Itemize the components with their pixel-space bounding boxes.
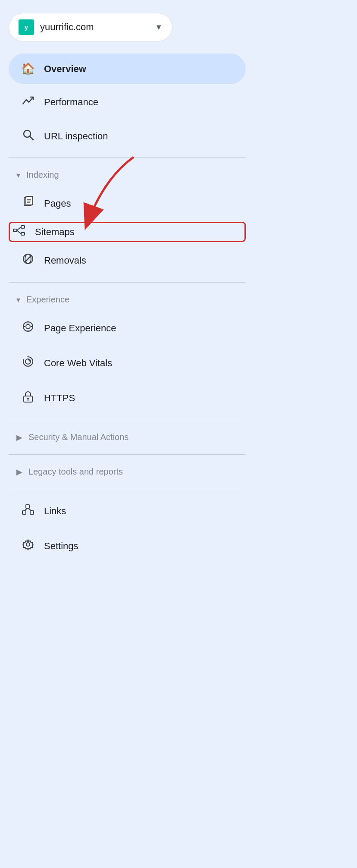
- trending-up-icon: [21, 94, 35, 110]
- site-favicon: y: [19, 19, 34, 35]
- sidebar-item-pages[interactable]: Pages: [9, 187, 246, 220]
- svg-line-34: [28, 508, 32, 511]
- lock-icon: [21, 390, 35, 406]
- sidebar-item-url-inspection[interactable]: URL inspection: [9, 120, 246, 152]
- divider: [9, 282, 246, 283]
- expand-icon: ▶: [16, 467, 22, 477]
- sidebar-item-label: Settings: [44, 541, 78, 552]
- expand-icon: ▶: [16, 433, 22, 442]
- sidebar-item-removals[interactable]: Removals: [9, 244, 246, 277]
- page-experience-icon: [21, 320, 35, 336]
- legacy-section-header[interactable]: ▶ Legacy tools and reports: [9, 460, 246, 484]
- chevron-down-icon: ▼: [155, 23, 163, 32]
- svg-line-12: [17, 227, 21, 230]
- svg-point-24: [23, 357, 33, 366]
- sidebar-item-label: HTTPS: [44, 393, 75, 404]
- sidebar-item-label: Links: [44, 506, 66, 517]
- pages-icon: [21, 195, 35, 211]
- sidebar-item-links[interactable]: Links: [9, 494, 246, 528]
- svg-rect-5: [26, 196, 33, 205]
- section-label: Security & Manual Actions: [28, 432, 128, 442]
- sidebar-item-core-web-vitals[interactable]: Core Web Vitals: [9, 346, 246, 380]
- svg-rect-30: [26, 505, 29, 508]
- sidebar-item-settings[interactable]: Settings: [9, 529, 246, 563]
- divider: [9, 157, 246, 158]
- svg-point-19: [26, 324, 30, 329]
- security-section-header[interactable]: ▶ Security & Manual Actions: [9, 425, 246, 449]
- svg-line-3: [30, 136, 33, 140]
- links-icon: [21, 503, 35, 519]
- divider: [9, 420, 246, 420]
- sidebar-item-label: Performance: [44, 97, 98, 108]
- svg-line-33: [24, 508, 28, 511]
- svg-point-35: [26, 543, 30, 546]
- sidebar-item-page-experience[interactable]: Page Experience: [9, 311, 246, 345]
- section-label: Legacy tools and reports: [28, 467, 123, 477]
- core-web-vitals-icon: [21, 355, 35, 371]
- sidebar-item-label: Pages: [44, 198, 71, 209]
- gear-icon: [21, 538, 35, 554]
- sidebar-item-label: Overview: [44, 63, 86, 75]
- sidebar-item-label: Sitemaps: [35, 226, 75, 238]
- sitemaps-icon: [12, 224, 26, 240]
- sidebar-item-label: Removals: [44, 255, 86, 266]
- svg-point-28: [27, 398, 29, 399]
- experience-section-header[interactable]: ▾ Experience: [9, 288, 246, 311]
- svg-rect-9: [13, 229, 17, 232]
- home-icon: 🏠: [21, 62, 35, 75]
- sidebar-item-performance[interactable]: Performance: [9, 86, 246, 118]
- site-selector[interactable]: y yuurrific.com ▼: [9, 13, 172, 41]
- divider: [9, 489, 246, 489]
- sitemaps-wrapper: Sitemaps: [9, 222, 246, 242]
- svg-text:y: y: [25, 24, 28, 31]
- sidebar-item-https[interactable]: HTTPS: [9, 381, 246, 415]
- sidebar-item-label: Page Experience: [44, 323, 116, 334]
- sidebar-item-sitemaps[interactable]: Sitemaps: [9, 222, 246, 242]
- svg-rect-11: [21, 233, 25, 235]
- svg-rect-10: [21, 226, 25, 228]
- search-icon: [21, 129, 35, 144]
- sidebar-item-label: URL inspection: [44, 131, 108, 142]
- sidebar-item-label: Core Web Vitals: [44, 358, 112, 369]
- svg-rect-32: [30, 511, 34, 514]
- section-label: Experience: [26, 295, 69, 305]
- divider: [9, 454, 246, 455]
- section-label: Indexing: [26, 170, 59, 180]
- removals-icon: [21, 252, 35, 268]
- site-name: yuurrific.com: [40, 22, 149, 33]
- indexing-section-header[interactable]: ▾ Indexing: [9, 163, 246, 187]
- sidebar-nav: 🏠 Overview Performance URL inspection ▾ …: [9, 53, 246, 564]
- expand-icon: ▾: [16, 295, 20, 305]
- expand-icon: ▾: [16, 170, 20, 180]
- svg-line-13: [17, 230, 21, 234]
- svg-rect-31: [22, 511, 26, 514]
- sidebar-item-overview[interactable]: 🏠 Overview: [9, 53, 246, 84]
